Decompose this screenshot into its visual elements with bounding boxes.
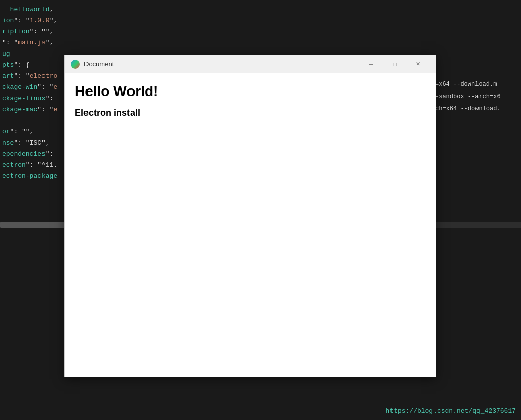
terminal-right: =x64 --download.m -sandbox --arch=x6 ch=… [435, 78, 521, 115]
code-line-12: or": "", [2, 126, 64, 137]
electron-content: Hello World! Electron install [65, 73, 436, 377]
minimize-button[interactable]: ─ [360, 57, 383, 72]
url-bar: https://blog.csdn.net/qq_42376617 [386, 407, 516, 415]
code-line-15: ectron": "^11. [2, 160, 64, 171]
code-line-10: ckage-mac": "e [2, 104, 64, 115]
code-line-16: ectron-package [2, 171, 64, 182]
code-line-1: helloworld, [2, 4, 64, 15]
code-line-13: nse": "ISC", [2, 137, 64, 149]
electron-window: Document ─ □ ✕ Hello World! Electron ins… [64, 55, 436, 377]
code-line-2: ion": "1.0.0", [2, 15, 64, 26]
code-line-7: art": "electro [2, 71, 64, 82]
titlebar: Document ─ □ ✕ [65, 55, 436, 73]
terminal-right-line-3: ch=x64 --download. [435, 103, 521, 115]
code-line-9: ckage-linux": [2, 93, 64, 104]
code-line-3: ription": "", [2, 26, 64, 37]
code-line-14: ependencies": [2, 149, 64, 160]
scrollbar-thumb[interactable] [0, 222, 66, 228]
hello-world-heading: Hello World! [75, 83, 425, 100]
maximize-button[interactable]: □ [383, 57, 406, 72]
electron-install-subheading: Electron install [75, 108, 425, 118]
close-button[interactable]: ✕ [406, 57, 429, 72]
electron-icon [71, 60, 80, 69]
code-line-8: ckage-win": "e [2, 82, 64, 93]
terminal-right-line-2: -sandbox --arch=x6 [435, 90, 521, 103]
code-line-5: ug [2, 49, 64, 60]
window-controls: ─ □ ✕ [360, 57, 429, 72]
window-title: Document [84, 60, 360, 68]
code-line-6: pts": { [2, 60, 64, 71]
terminal-right-line-1: =x64 --download.m [435, 78, 521, 90]
code-editor-left: helloworld, ion": "1.0.0", ription": "",… [0, 0, 66, 212]
code-line-4: ": "main.js", [2, 37, 64, 49]
code-line-11 [2, 115, 64, 126]
